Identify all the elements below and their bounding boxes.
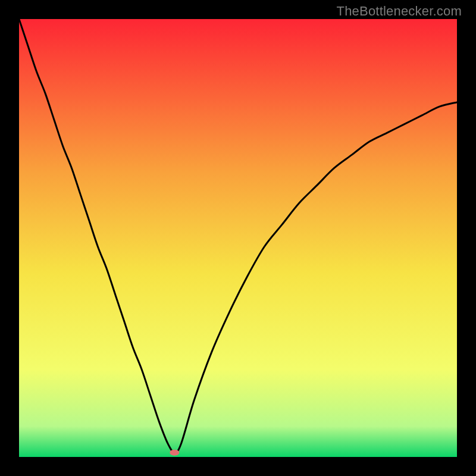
bottleneck-chart — [19, 19, 457, 457]
gradient-background — [19, 19, 457, 457]
watermark-text: TheBottlenecker.com — [337, 4, 462, 19]
chart-frame: TheBottlenecker.com — [0, 0, 476, 476]
minimum-marker — [170, 450, 179, 456]
plot-area — [19, 19, 457, 457]
